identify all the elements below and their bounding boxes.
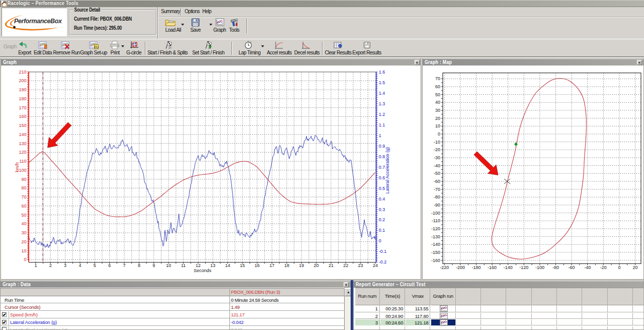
svg-text:-150: -150 <box>431 250 440 255</box>
svg-text:20: 20 <box>632 265 637 270</box>
svg-text:0.8: 0.8 <box>379 154 385 159</box>
svg-text:-120: -120 <box>519 265 528 270</box>
svg-text:21: 21 <box>329 263 334 268</box>
svg-text:100: 100 <box>19 168 26 173</box>
svg-text:18: 18 <box>284 263 289 268</box>
svg-text:60: 60 <box>21 204 26 209</box>
svg-text:160: 160 <box>19 114 26 119</box>
svg-text:30: 30 <box>435 108 440 113</box>
svg-text:-40: -40 <box>434 163 440 168</box>
svg-text:1: 1 <box>34 263 37 268</box>
svg-text:EU: EU <box>94 45 99 49</box>
svg-text:190: 190 <box>19 87 26 92</box>
svg-text:-120: -120 <box>431 226 440 231</box>
svg-text:-200: -200 <box>456 265 465 270</box>
svg-text:23: 23 <box>358 263 363 268</box>
svg-text:0.7: 0.7 <box>379 165 385 170</box>
svg-text:-0.2: -0.2 <box>379 259 387 265</box>
svg-text:70: 70 <box>435 76 440 81</box>
svg-text:0.4: 0.4 <box>379 196 385 202</box>
svg-text:1.6: 1.6 <box>379 70 385 75</box>
svg-text:-90: -90 <box>434 203 440 208</box>
svg-text:140: 140 <box>19 132 26 137</box>
svg-text:4: 4 <box>78 263 81 268</box>
svg-text:PerformanceBox: PerformanceBox <box>14 18 62 25</box>
svg-text:Seconds: Seconds <box>194 268 212 273</box>
svg-text:1.5: 1.5 <box>379 80 385 85</box>
svg-text:-110: -110 <box>432 218 440 223</box>
svg-text:13: 13 <box>210 263 215 268</box>
svg-text:110: 110 <box>19 159 26 164</box>
svg-text:12: 12 <box>196 263 201 268</box>
svg-text:-20: -20 <box>434 147 440 152</box>
svg-text:14: 14 <box>225 263 230 268</box>
svg-text:-0.1: -0.1 <box>379 249 387 254</box>
svg-text:60: 60 <box>435 84 440 89</box>
svg-text:0.5: 0.5 <box>379 186 385 191</box>
svg-text:19: 19 <box>299 263 304 268</box>
svg-text:22: 22 <box>343 263 348 268</box>
svg-text:1.2: 1.2 <box>379 112 385 117</box>
svg-text:-100: -100 <box>431 211 440 216</box>
svg-text:-20: -20 <box>600 265 607 270</box>
svg-text:10: 10 <box>435 123 440 128</box>
svg-text:-60: -60 <box>434 179 440 184</box>
svg-text:-140: -140 <box>431 242 440 247</box>
svg-text:-160: -160 <box>488 265 497 270</box>
svg-text:40: 40 <box>21 221 26 226</box>
svg-text:150: 150 <box>19 123 26 128</box>
svg-text:-60: -60 <box>569 265 575 270</box>
svg-text:-130: -130 <box>431 234 440 239</box>
svg-text:0: 0 <box>24 257 26 262</box>
svg-text:-30: -30 <box>434 155 440 160</box>
svg-text:7: 7 <box>123 263 125 268</box>
svg-text:16: 16 <box>255 263 260 268</box>
svg-text:0.9: 0.9 <box>379 144 385 149</box>
svg-text:0.3: 0.3 <box>379 207 385 212</box>
svg-text:-140: -140 <box>504 265 513 270</box>
svg-text:9: 9 <box>152 263 155 268</box>
svg-text:6: 6 <box>108 263 111 268</box>
svg-text:1.4: 1.4 <box>379 91 385 96</box>
svg-text:0.1: 0.1 <box>379 228 385 233</box>
svg-text:200: 200 <box>19 78 26 83</box>
svg-text:1.1: 1.1 <box>379 122 385 127</box>
svg-text:-50: -50 <box>434 171 440 176</box>
svg-text:-70: -70 <box>434 187 440 192</box>
svg-text:11: 11 <box>181 263 186 268</box>
svg-text:40: 40 <box>435 100 440 105</box>
svg-text:0: 0 <box>379 238 381 243</box>
svg-text:km/h: km/h <box>15 162 20 172</box>
svg-text:24: 24 <box>373 263 378 268</box>
svg-text:50: 50 <box>21 213 26 218</box>
svg-text:20: 20 <box>21 239 26 244</box>
svg-text:-10: -10 <box>434 140 440 145</box>
svg-text:3: 3 <box>64 263 66 268</box>
svg-text:20: 20 <box>435 116 440 121</box>
svg-text:1: 1 <box>379 133 381 138</box>
svg-text:15: 15 <box>240 263 245 268</box>
svg-text:130: 130 <box>19 141 26 146</box>
svg-text:-80: -80 <box>552 265 559 270</box>
svg-text:30: 30 <box>21 230 26 235</box>
svg-text:0.2: 0.2 <box>379 217 385 222</box>
svg-text:80: 80 <box>21 185 26 190</box>
svg-text:120: 120 <box>19 150 26 155</box>
svg-text:8: 8 <box>138 263 140 268</box>
svg-text:-180: -180 <box>471 265 480 270</box>
svg-text:70: 70 <box>21 194 26 200</box>
svg-text:90: 90 <box>21 177 26 182</box>
svg-text:180: 180 <box>19 96 26 101</box>
svg-text:1.3: 1.3 <box>379 101 385 106</box>
svg-text:-220: -220 <box>440 265 449 270</box>
svg-text:17: 17 <box>269 263 274 268</box>
svg-text:-80: -80 <box>434 194 440 200</box>
svg-text:5: 5 <box>94 263 96 268</box>
svg-text:Lateral Acceleration (g): Lateral Acceleration (g) <box>385 147 390 194</box>
svg-text:20: 20 <box>313 263 318 268</box>
svg-text:0.6: 0.6 <box>379 175 385 180</box>
svg-text:0: 0 <box>438 131 440 137</box>
svg-text:170: 170 <box>19 105 26 110</box>
svg-text:50: 50 <box>435 92 440 97</box>
svg-text:-160: -160 <box>431 258 440 263</box>
